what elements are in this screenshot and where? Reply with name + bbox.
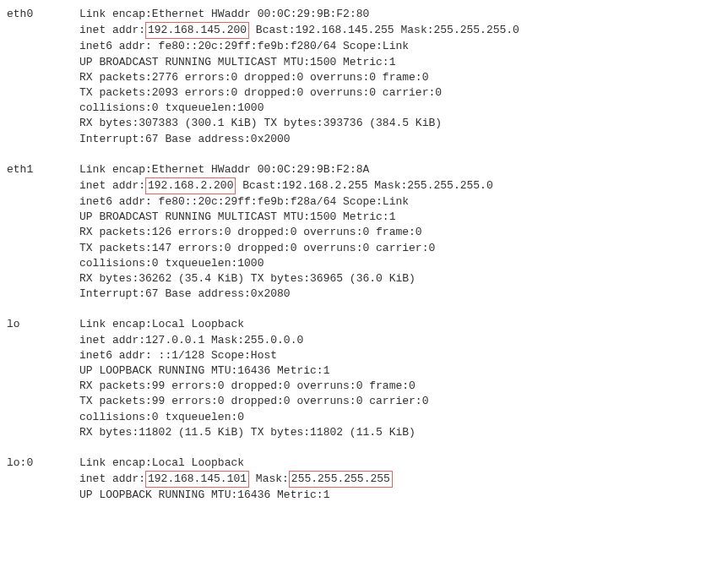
mask-label: Mask: [249, 472, 289, 485]
flags-line: UP BROADCAST RUNNING MULTICAST MTU:1500 … [79, 55, 395, 70]
interrupt-line: Interrupt:67 Base address:0x2000 [79, 132, 291, 147]
inet-line: inet addr:127.0.0.1 Mask:255.0.0.0 [79, 333, 303, 348]
mask-value-boxed: 255.255.255.255 [289, 471, 393, 488]
interface-eth0: eth0 Link encap:Ethernet HWaddr 00:0C:29… [7, 7, 721, 147]
collisions-line: collisions:0 txqueuelen:0 [79, 410, 244, 425]
inet-addr-value-boxed: 192.168.145.101 [145, 471, 249, 488]
tx-packets-line: TX packets:2093 errors:0 dropped:0 overr… [79, 85, 442, 101]
inet6-line: inet6 addr: fe80::20c:29ff:fe9b:f28a/64 … [79, 194, 409, 210]
inet-line: inet addr:192.168.145.200 Bcast:192.168.… [79, 22, 519, 39]
iface-name: lo [7, 317, 79, 332]
hwaddr-label: HWaddr [204, 8, 257, 20]
inet-rest: Bcast:192.168.145.255 Mask:255.255.255.0 [249, 24, 519, 36]
tx-packets-line: TX packets:99 errors:0 dropped:0 overrun… [79, 394, 428, 409]
iface-link-line: Link encap:Local Loopback [79, 456, 244, 471]
inet-addr-value-boxed: 192.168.2.200 [145, 177, 236, 194]
iface-name: eth1 [7, 162, 79, 177]
inet-addr-value-boxed: 192.168.145.200 [145, 22, 249, 39]
interrupt-line: Interrupt:67 Base address:0x2080 [79, 286, 291, 302]
iface-link-line: Link encap:Ethernet HWaddr 00:0C:29:9B:F… [79, 162, 369, 177]
iface-link-line: Link encap:Local Loopback [79, 317, 244, 332]
tx-packets-line: TX packets:147 errors:0 dropped:0 overru… [79, 241, 435, 256]
flags-line: UP LOOPBACK RUNNING MTU:16436 Metric:1 [79, 488, 329, 503]
hwaddr-value: 00:0C:29:9B:F2:80 [258, 8, 370, 20]
link-encap-value: Ethernet [152, 163, 204, 176]
iface-link-line: Link encap:Ethernet HWaddr 00:0C:29:9B:F… [79, 7, 369, 22]
inet-rest: Bcast:192.168.2.255 Mask:255.255.255.0 [236, 179, 492, 192]
iface-name: lo:0 [7, 456, 79, 471]
inet-addr-label: inet addr: [79, 24, 145, 36]
collisions-line: collisions:0 txqueuelen:1000 [79, 256, 263, 271]
bytes-line: RX bytes:307383 (300.1 KiB) TX bytes:393… [79, 116, 442, 131]
interface-eth1: eth1 Link encap:Ethernet HWaddr 00:0C:29… [7, 162, 721, 303]
inet-line: inet addr:192.168.145.101 Mask:255.255.2… [79, 471, 393, 488]
inet-line: inet addr:192.168.2.200 Bcast:192.168.2.… [79, 177, 493, 194]
link-encap-label: Link encap: [79, 163, 152, 176]
bytes-line: RX bytes:11802 (11.5 KiB) TX bytes:11802… [79, 425, 416, 440]
bytes-line: RX bytes:36262 (35.4 KiB) TX bytes:36965… [79, 271, 416, 286]
flags-line: UP LOOPBACK RUNNING MTU:16436 Metric:1 [79, 363, 329, 379]
flags-line: UP BROADCAST RUNNING MULTICAST MTU:1500 … [79, 210, 395, 225]
link-encap-value: Ethernet [152, 8, 204, 20]
rx-packets-line: RX packets:126 errors:0 dropped:0 overru… [79, 225, 422, 240]
interface-lo: lo Link encap:Local Loopback inet addr:1… [7, 317, 721, 440]
iface-name: eth0 [7, 7, 79, 22]
collisions-line: collisions:0 txqueuelen:1000 [79, 101, 263, 116]
hwaddr-value: 00:0C:29:9B:F2:8A [258, 163, 370, 176]
interface-lo0: lo:0 Link encap:Local Loopback inet addr… [7, 456, 721, 504]
hwaddr-label: HWaddr [204, 163, 257, 176]
inet-addr-label: inet addr: [79, 472, 145, 485]
link-encap-label: Link encap: [79, 8, 152, 20]
rx-packets-line: RX packets:2776 errors:0 dropped:0 overr… [79, 70, 428, 85]
inet6-line: inet6 addr: fe80::20c:29ff:fe9b:f280/64 … [79, 39, 409, 54]
rx-packets-line: RX packets:99 errors:0 dropped:0 overrun… [79, 379, 416, 394]
inet6-line: inet6 addr: ::1/128 Scope:Host [79, 348, 277, 363]
inet-addr-label: inet addr: [79, 179, 145, 192]
